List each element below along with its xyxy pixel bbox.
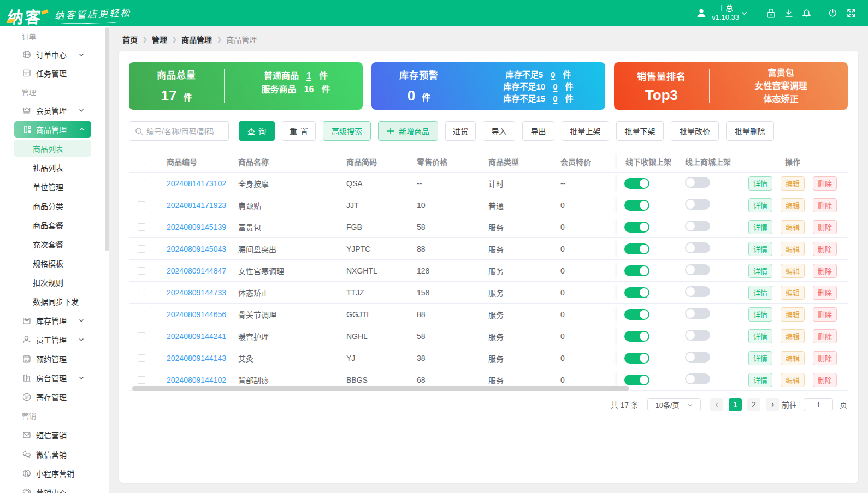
svg-text:寄: 寄 [25,394,29,400]
